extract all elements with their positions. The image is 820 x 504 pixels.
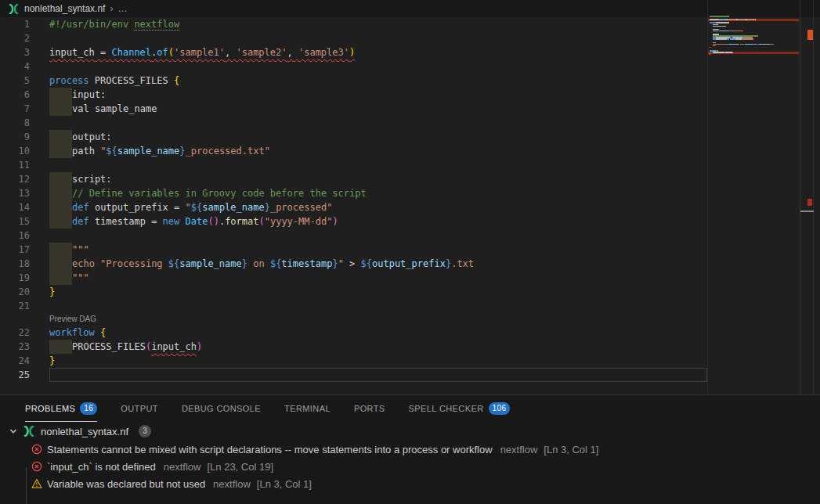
breadcrumb-chevron-icon: › xyxy=(110,3,113,14)
token: echo "Processing xyxy=(72,258,168,269)
problems-view: nonlethal_syntax.nf 3 Statements cannot … xyxy=(0,422,820,504)
tab-debug-console-label: DEBUG CONSOLE xyxy=(182,404,261,413)
tab-ports-label: PORTS xyxy=(354,404,385,413)
tab-problems[interactable]: PROBLEMS 16 xyxy=(25,395,97,422)
code-line-content[interactable]: workflow { xyxy=(49,326,707,340)
code-line-9[interactable]: 9output: xyxy=(0,130,707,144)
code-line-21[interactable]: 21 xyxy=(0,299,707,313)
token: } xyxy=(265,202,270,213)
token: ${ xyxy=(191,202,202,213)
codelens-row: Preview DAG xyxy=(0,313,707,326)
code-line-content[interactable]: input_ch = Channel.of('sample1', 'sample… xyxy=(49,45,707,59)
code-line-17[interactable]: 17""" xyxy=(0,243,707,257)
current-line-highlight[interactable] xyxy=(49,368,707,382)
minimap-code-segment xyxy=(738,19,746,20)
tab-spell-checker[interactable]: SPELL CHECKER 106 xyxy=(409,395,511,422)
minimap[interactable] xyxy=(707,0,800,394)
error-icon xyxy=(31,461,42,472)
tab-ports[interactable]: PORTS xyxy=(354,395,385,422)
token: sample_name xyxy=(179,258,241,269)
code-line-content[interactable]: echo "Processing ${sample_name} on ${tim… xyxy=(49,257,707,271)
token: { xyxy=(100,327,106,338)
problem-row-error[interactable]: `input_ch` is not definednextflow[Ln 23,… xyxy=(0,458,820,475)
token: sample_name xyxy=(117,146,179,157)
token: _processed.txt" xyxy=(186,146,270,157)
problem-message: Statements cannot be mixed with script d… xyxy=(47,444,493,455)
code-editor[interactable]: 1#!/usr/bin/env nextflow23input_ch = Cha… xyxy=(0,17,707,382)
code-line-11[interactable]: 11 xyxy=(0,158,707,172)
code-line-8[interactable]: 8 xyxy=(0,116,707,130)
code-line-content[interactable]: input: xyxy=(49,88,707,102)
indent-highlight xyxy=(49,271,72,285)
code-line-content[interactable]: """ xyxy=(49,243,707,257)
breadcrumb-symbol-more[interactable]: … xyxy=(117,3,127,14)
overview-ruler-lane xyxy=(800,0,814,394)
tab-terminal[interactable]: TERMINAL xyxy=(284,395,331,422)
code-line-4[interactable]: 4 xyxy=(0,59,707,74)
code-line-1[interactable]: 1#!/usr/bin/env nextflow xyxy=(0,17,707,31)
line-number-25: 25 xyxy=(0,368,30,382)
minimap-code-segment xyxy=(716,38,727,40)
code-line-25[interactable]: 25 xyxy=(0,368,707,382)
code-line-19[interactable]: 19""" xyxy=(0,271,707,285)
tab-debug-console[interactable]: DEBUG CONSOLE xyxy=(182,395,261,422)
problem-location: [Ln 23, Col 19] xyxy=(207,461,273,473)
problem-row-warning[interactable]: Variable was declared but not usednextfl… xyxy=(0,475,820,492)
code-line-content[interactable] xyxy=(49,31,707,45)
code-line-content[interactable]: def timestamp = new Date().format("yyyy-… xyxy=(49,214,707,229)
token: _processed" xyxy=(270,202,332,213)
code-line-content[interactable]: process PROCESS_FILES { xyxy=(49,74,707,88)
token: script: xyxy=(72,174,112,185)
code-line-content[interactable] xyxy=(49,229,707,243)
breadcrumb-file[interactable]: nonlethal_syntax.nf xyxy=(24,3,105,14)
code-line-18[interactable]: 18echo "Processing ${sample_name} on ${t… xyxy=(0,257,707,271)
problem-location: [Ln 3, Col 1] xyxy=(544,444,598,455)
code-line-22[interactable]: 22workflow { xyxy=(0,326,707,340)
code-line-content[interactable]: output: xyxy=(49,130,707,144)
code-line-15[interactable]: 15def timestamp = new Date().format("yyy… xyxy=(0,214,707,229)
code-line-20[interactable]: 20} xyxy=(0,285,707,299)
code-line-14[interactable]: 14def output_prefix = "${sample_name}_pr… xyxy=(0,200,707,214)
code-line-6[interactable]: 6input: xyxy=(0,88,707,102)
problem-location: [Ln 3, Col 1] xyxy=(257,478,312,490)
code-line-content[interactable] xyxy=(49,299,707,313)
code-line-2[interactable]: 2 xyxy=(0,31,707,45)
line-number-22: 22 xyxy=(0,326,30,340)
code-line-content[interactable]: PROCESS_FILES(input_ch) xyxy=(49,340,707,354)
code-line-content[interactable]: } xyxy=(49,354,707,368)
indent-highlight xyxy=(49,200,72,214)
overview-ruler[interactable] xyxy=(800,0,820,394)
code-line-content[interactable] xyxy=(49,116,707,130)
code-line-10[interactable]: 10path "${sample_name}_processed.txt" xyxy=(0,144,707,158)
code-line-content[interactable] xyxy=(49,59,707,74)
token: """ xyxy=(72,272,89,283)
problem-row-error[interactable]: Statements cannot be mixed with script d… xyxy=(0,441,820,458)
code-line-23[interactable]: 23PROCESS_FILES(input_ch) xyxy=(0,340,707,354)
code-line-content[interactable]: } xyxy=(49,285,707,299)
code-line-5[interactable]: 5process PROCESS_FILES { xyxy=(0,74,707,88)
code-line-24[interactable]: 24} xyxy=(0,354,707,368)
line-number-1: 1 xyxy=(0,17,30,31)
token: > xyxy=(344,258,361,269)
code-line-3[interactable]: 3input_ch = Channel.of('sample1', 'sampl… xyxy=(0,45,707,59)
code-line-content[interactable] xyxy=(49,158,707,172)
tab-output[interactable]: OUTPUT xyxy=(121,395,158,422)
code-line-content[interactable]: #!/usr/bin/env nextflow xyxy=(49,17,707,31)
token: ) xyxy=(349,47,355,58)
code-line-7[interactable]: 7val sample_name xyxy=(0,102,707,116)
tab-terminal-label: TERMINAL xyxy=(284,404,331,413)
minimap-code-segment xyxy=(713,26,726,27)
problems-file-group[interactable]: nonlethal_syntax.nf 3 xyxy=(0,422,820,441)
code-line-16[interactable]: 16 xyxy=(0,229,707,243)
code-line-content[interactable]: path "${sample_name}_processed.txt" xyxy=(49,144,707,158)
code-line-13[interactable]: 13// Define variables in Groovy code bef… xyxy=(0,186,707,200)
code-line-content[interactable]: val sample_name xyxy=(49,102,707,116)
code-line-content[interactable]: def output_prefix = "${sample_name}_proc… xyxy=(49,200,707,214)
minimap-code-segment xyxy=(719,19,725,20)
code-line-content[interactable]: script: xyxy=(49,172,707,186)
code-line-content[interactable]: // Define variables in Groovy code befor… xyxy=(49,186,707,200)
codelens-preview-dag[interactable]: Preview DAG xyxy=(49,313,96,326)
indent-highlight xyxy=(49,243,72,257)
code-line-12[interactable]: 12script: xyxy=(0,172,707,186)
code-line-content[interactable]: """ xyxy=(49,271,707,285)
